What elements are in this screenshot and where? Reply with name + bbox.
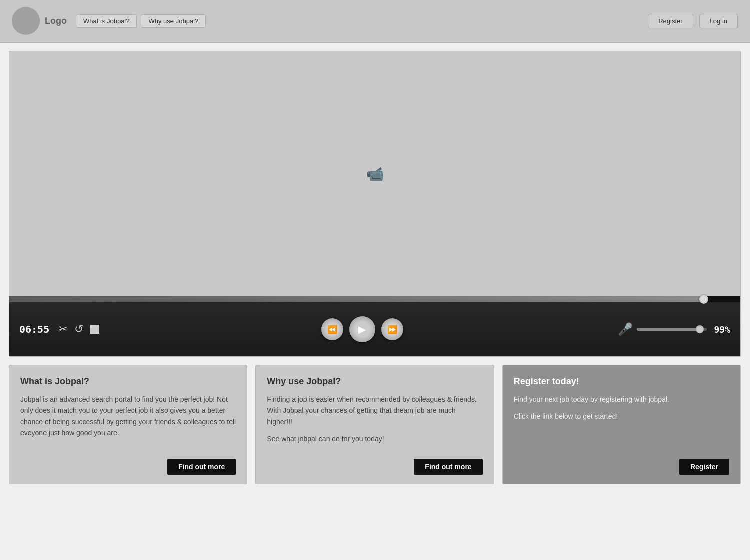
- login-header-button[interactable]: Log in: [700, 14, 738, 28]
- card3-cta-button[interactable]: Register: [680, 459, 730, 475]
- video-player: 📹 06:55 ✂ ↺ ⏪ ▶ ⏩ 🎤: [9, 51, 741, 357]
- what-is-jobpal-card: What is Jobpal? Jobpal is an advanced se…: [9, 365, 248, 484]
- progress-handle[interactable]: [700, 295, 708, 304]
- card3-body: Find your next job today by registering …: [514, 394, 730, 451]
- play-button[interactable]: ▶: [350, 316, 376, 342]
- card2-cta-button[interactable]: Find out more: [414, 459, 482, 475]
- card3-title: Register today!: [514, 376, 730, 387]
- card3-footer: Register: [514, 459, 730, 475]
- why-use-jobpal-card: Why use Jobpal? Finding a job is easier …: [256, 365, 494, 484]
- register-today-card: Register today! Find your next job today…: [502, 365, 741, 484]
- scissors-icon[interactable]: ✂: [58, 323, 68, 336]
- volume-percentage: 99%: [714, 324, 730, 335]
- header-actions: Register Log in: [648, 14, 738, 28]
- logo-circle: [12, 7, 40, 35]
- progress-fill: [10, 296, 704, 302]
- site-header: Logo What is Jobpal? Why use Jobpal? Reg…: [0, 0, 750, 43]
- volume-handle[interactable]: [696, 326, 704, 334]
- card2-body: Finding a job is easier when recommended…: [267, 394, 482, 451]
- video-camera-icon: 📹: [366, 166, 384, 182]
- rewind-button[interactable]: ⏪: [322, 318, 344, 340]
- stop-button[interactable]: [90, 325, 100, 334]
- info-cards: What is Jobpal? Jobpal is an advanced se…: [9, 365, 741, 484]
- card3-body-p2: Click the link below to get started!: [514, 411, 730, 422]
- volume-controls: 🎤 99%: [618, 322, 730, 336]
- card1-title: What is Jobpal?: [20, 376, 236, 387]
- card2-body-p2: See what jobpal can do for you today!: [267, 434, 482, 444]
- card3-body-p1: Find your next job today by registering …: [514, 394, 730, 405]
- replay-icon[interactable]: ↺: [74, 323, 84, 336]
- card1-cta-button[interactable]: Find out more: [168, 459, 236, 475]
- card2-body-p1: Finding a job is easier when recommended…: [267, 394, 482, 428]
- nav-why-use-jobpal[interactable]: Why use Jobpal?: [141, 14, 206, 28]
- controls-row: 06:55 ✂ ↺ ⏪ ▶ ⏩ 🎤 99%: [10, 302, 740, 356]
- register-header-button[interactable]: Register: [648, 14, 693, 28]
- card2-title: Why use Jobpal?: [267, 376, 482, 387]
- progress-bar[interactable]: [10, 296, 740, 302]
- microphone-icon[interactable]: 🎤: [618, 322, 633, 336]
- card1-body: Jobpal is an advanced search portal to f…: [20, 394, 236, 451]
- video-controls: 06:55 ✂ ↺ ⏪ ▶ ⏩ 🎤 99%: [10, 296, 740, 356]
- playback-controls: ⏪ ▶ ⏩: [106, 316, 618, 342]
- card2-footer: Find out more: [267, 459, 482, 475]
- time-display: 06:55: [20, 324, 50, 336]
- video-screen[interactable]: 📹: [10, 52, 740, 296]
- card1-body-text: Jobpal is an advanced search portal to f…: [20, 394, 236, 439]
- logo-text: Logo: [45, 16, 67, 26]
- fast-forward-button[interactable]: ⏩: [382, 318, 404, 340]
- card1-footer: Find out more: [20, 459, 236, 475]
- main-content: 📹 06:55 ✂ ↺ ⏪ ▶ ⏩ 🎤: [0, 43, 750, 492]
- nav-what-is-jobpal[interactable]: What is Jobpal?: [76, 14, 138, 28]
- volume-slider[interactable]: [637, 328, 707, 331]
